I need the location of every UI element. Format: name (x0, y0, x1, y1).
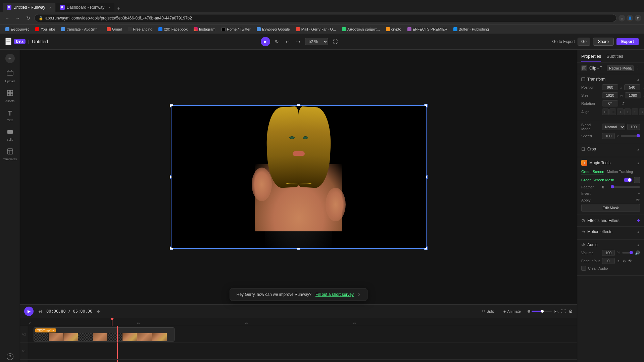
fade-eye-button[interactable]: 👁 (628, 259, 632, 263)
speed-slider[interactable] (621, 135, 640, 137)
align-center-v-button[interactable]: ↑ (632, 108, 638, 115)
new-tab-button[interactable]: + (114, 5, 123, 11)
speed-input[interactable] (602, 133, 615, 139)
extensions-icon[interactable]: ⚙ (635, 15, 641, 21)
reload-button[interactable]: ↻ (24, 14, 32, 22)
apply-visibility-icon[interactable]: 👁 (636, 198, 640, 202)
tab-close-2[interactable]: × (108, 6, 110, 9)
align-top-button[interactable]: ⊥ (624, 108, 631, 115)
size-h-input[interactable] (625, 92, 641, 98)
magic-tools-header[interactable]: ✦ Magic Tools ▲ (581, 160, 640, 166)
forward-button[interactable]: → (13, 14, 22, 22)
magic-tab-green-screen[interactable]: Green Screen (581, 169, 604, 175)
star-icon[interactable]: ☆ (618, 15, 625, 21)
rotation-input[interactable] (602, 100, 618, 106)
go-to-export-link[interactable]: Go to Export (552, 39, 575, 44)
track-clip-v2[interactable]: TEXT.mp4 ▾ (34, 327, 175, 342)
green-screen-toggle[interactable] (624, 178, 632, 182)
bookmark-buffer[interactable]: Buffer - Publishing (451, 27, 492, 32)
invert-chevron[interactable]: ▾ (638, 191, 640, 196)
zoom-select[interactable]: 52 % 100 % Fit (305, 38, 328, 45)
play-button[interactable]: ▶ (261, 37, 270, 46)
fade-input[interactable] (602, 258, 615, 264)
bookmark-money[interactable]: Αποστολή χρήματ... (339, 27, 383, 32)
fullscreen-button[interactable]: ⛶ (331, 38, 340, 46)
timeline-play-button[interactable]: ▶ (24, 307, 34, 316)
add-effect-button[interactable]: + (637, 218, 640, 224)
loop-button[interactable]: ↻ (273, 38, 281, 46)
crop-header[interactable]: Crop ▲ (581, 147, 640, 151)
export-button[interactable]: Export (616, 38, 639, 45)
tab-runway-dashboard[interactable]: R Dashboard - Runway × (56, 3, 115, 12)
bookmark-translate[interactable]: translate - Αναζητη... (58, 27, 103, 32)
volume-input[interactable] (602, 250, 615, 256)
sidebar-item-templates[interactable]: Templates (1, 145, 19, 164)
timeline-skip-back[interactable]: ⏮ (38, 309, 42, 314)
magic-tools-collapse[interactable]: ▲ (637, 161, 640, 165)
replace-media-button[interactable]: Replace Media (607, 65, 634, 71)
edit-mask-button[interactable]: Edit Mask (581, 204, 640, 212)
notification-close-button[interactable]: × (358, 292, 360, 297)
fit-button[interactable]: Fit (554, 309, 558, 313)
bookmark-google-docs[interactable]: Εγγραφα Google (254, 27, 293, 32)
timeline-skip-forward[interactable]: ⏭ (96, 309, 101, 314)
sidebar-item-text[interactable]: T Text (1, 107, 19, 125)
track-content-a1[interactable] (28, 360, 577, 362)
bookmark-facebook[interactable]: (20) Facebook (156, 27, 190, 32)
back-button[interactable]: ← (3, 14, 11, 22)
profile-icon[interactable]: 👤 (627, 15, 633, 21)
mute-button[interactable]: 🔊 (635, 251, 640, 255)
position-y-input[interactable] (624, 84, 640, 90)
bookmark-apps[interactable]: Εφαρμογές (3, 27, 32, 32)
go-button[interactable]: Go (578, 38, 590, 46)
gsm-minus-button[interactable]: − (634, 177, 640, 183)
align-center-h-button[interactable]: ⊣ (609, 108, 616, 115)
fade-settings-button[interactable]: ⚙ (623, 259, 626, 263)
tab-properties[interactable]: Properties (581, 52, 601, 62)
bookmark-youtube[interactable]: YouTube (33, 27, 58, 32)
blend-mode-select[interactable]: Normal (602, 124, 625, 130)
sidebar-item-help[interactable]: ? Help (1, 351, 19, 362)
align-left-button[interactable]: ⊢ (602, 108, 609, 115)
playback-slider[interactable] (532, 311, 552, 312)
tab-close-1[interactable]: × (49, 6, 51, 9)
volume-slider[interactable] (622, 252, 633, 254)
position-x-input[interactable] (602, 84, 618, 90)
crop-collapse[interactable]: ▲ (637, 147, 640, 151)
bookmark-instagram[interactable]: Instagram (191, 27, 218, 32)
playhead-ruler[interactable] (112, 318, 112, 326)
bookmark-mail[interactable]: Mail - Gerry kar - O... (293, 27, 339, 32)
timeline-settings-icon[interactable]: ⚙ (568, 309, 573, 314)
tab-subtitles[interactable]: Subtitles (606, 52, 623, 62)
undo-button[interactable]: ↩ (284, 38, 292, 46)
motion-effects-collapse[interactable]: ▲ (637, 230, 640, 234)
address-bar[interactable]: 🔒 app.runwayml.com/video-tools/projects/… (34, 14, 616, 22)
audio-collapse[interactable]: ▲ (637, 243, 640, 247)
magic-tab-motion-tracking[interactable]: Motion Tracking (607, 169, 633, 175)
timeline-fullscreen-icon[interactable]: ⛶ (561, 309, 566, 314)
sidebar-item-upload[interactable]: Upload (1, 67, 19, 86)
sidebar-item-assets[interactable]: Assets (1, 87, 19, 105)
animate-button[interactable]: ◈ Animate (500, 308, 523, 314)
menu-button[interactable]: ☰ (5, 38, 11, 45)
clip-options-button[interactable]: ⋮ (636, 66, 640, 71)
sidebar-item-solid[interactable]: Solid (1, 126, 19, 144)
bookmark-twitter[interactable]: Home / Twitter (219, 27, 253, 32)
share-button[interactable]: Share (593, 38, 614, 46)
transform-header[interactable]: Transform ▲ (581, 77, 640, 82)
motion-effects-header[interactable]: Motion effects ▲ (581, 229, 640, 234)
tab-runway-untitled[interactable]: R Untitled - Runway × (3, 3, 55, 12)
effects-section-header[interactable]: Effects and Filters + (577, 215, 644, 227)
canvas-frame[interactable] (171, 105, 427, 249)
opacity-input[interactable] (627, 124, 640, 130)
align-right-button[interactable]: ⊤ (617, 108, 624, 115)
bookmark-crypto[interactable]: crypto (383, 27, 404, 32)
track-content-v1[interactable] (28, 343, 577, 359)
audio-header[interactable]: Audio ▲ (581, 242, 640, 247)
project-title[interactable]: Untitled (32, 39, 48, 44)
clean-audio-checkbox[interactable] (581, 266, 586, 271)
redo-button[interactable]: ↪ (294, 38, 302, 46)
transform-collapse[interactable]: ▲ (637, 78, 640, 81)
feather-slider[interactable] (611, 186, 640, 188)
split-button[interactable]: ✂ Split (480, 308, 496, 314)
